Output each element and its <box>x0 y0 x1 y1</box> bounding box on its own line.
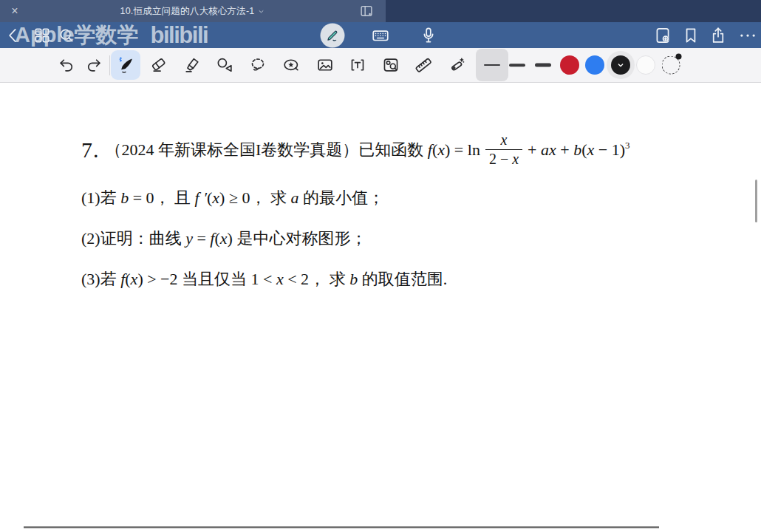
grid-view-icon[interactable] <box>33 26 52 45</box>
title-bar-right-segment <box>386 0 761 22</box>
back-chevron-icon[interactable] <box>4 26 23 45</box>
color-red-swatch[interactable] <box>560 55 579 75</box>
scrollbar-thumb[interactable] <box>755 180 757 222</box>
chevron-down-icon <box>257 7 265 16</box>
page-bottom-rule <box>24 526 659 528</box>
chevron-down-icon <box>615 59 627 71</box>
problem-number: 7. <box>81 137 100 163</box>
bilibili-logo: bilibili <box>151 22 208 49</box>
split-view-icon[interactable] <box>358 3 376 19</box>
color-wheel-dot <box>676 54 682 60</box>
problem-part-2: (2)证明：曲线 y = f(x) 是中心对称图形； <box>81 228 366 250</box>
color-white-swatch[interactable] <box>636 55 655 75</box>
fraction-numerator: x <box>497 132 511 149</box>
toolbar-separator <box>109 55 110 75</box>
color-black-swatch-selected[interactable] <box>611 55 630 75</box>
element-search-icon[interactable] <box>382 56 400 75</box>
pencil-edit-button[interactable] <box>321 23 345 47</box>
more-ellipsis-icon[interactable] <box>738 26 757 45</box>
ruler-icon[interactable] <box>414 56 433 75</box>
thickness-thick-option[interactable] <box>535 64 551 67</box>
title-bar: × 10.恒成立问题的八大核心方法-1 <box>0 0 761 22</box>
document-title: 10.恒成立问题的八大核心方法-1 <box>120 5 255 18</box>
add-page-icon[interactable] <box>653 26 672 45</box>
eraser-icon[interactable] <box>150 56 168 75</box>
keyboard-icon[interactable] <box>371 26 390 45</box>
note-page: 7. （2024 年新课标全国I卷数学真题）已知函数 f(x) = ln x 2… <box>0 83 761 532</box>
pencil-icon <box>324 27 341 44</box>
undo-icon[interactable] <box>58 56 76 75</box>
tool-bar <box>0 48 761 83</box>
shapes-icon[interactable] <box>216 56 234 75</box>
laser-pointer-icon[interactable] <box>448 56 466 75</box>
fraction: x 2 − x <box>485 132 522 168</box>
lasso-icon[interactable] <box>249 56 267 75</box>
microphone-icon[interactable] <box>419 26 438 45</box>
document-title-dropdown[interactable]: 10.恒成立问题的八大核心方法-1 <box>0 0 386 22</box>
problem-statement-line: 7. （2024 年新课标全国I卷数学真题）已知函数 f(x) = ln x 2… <box>81 120 630 180</box>
text-tool-icon[interactable] <box>349 56 367 75</box>
problem-part-1: (1)若 b = 0， 且 f ′(x) ≥ 0， 求 a 的最小值； <box>81 187 384 209</box>
redo-icon[interactable] <box>85 56 103 75</box>
notes-app-window: × 10.恒成立问题的八大核心方法-1 <box>0 0 761 532</box>
pen-tool-icon[interactable] <box>117 56 135 75</box>
problem-formula-tail: + ax + b(x − 1)3 <box>528 140 629 160</box>
color-blue-swatch[interactable] <box>585 55 604 75</box>
image-icon[interactable] <box>316 56 335 75</box>
search-icon[interactable] <box>57 26 76 45</box>
fraction-denominator: 2 − x <box>485 149 522 168</box>
highlighter-icon[interactable] <box>183 56 202 75</box>
thickness-thin-option[interactable] <box>484 64 500 66</box>
thickness-medium-option[interactable] <box>509 64 525 66</box>
stickers-icon[interactable] <box>282 56 301 75</box>
problem-intro: （2024 年新课标全国I卷数学真题）已知函数 f(x) = ln <box>106 139 480 161</box>
share-icon[interactable] <box>709 26 728 45</box>
color-wheel-icon[interactable] <box>662 56 680 75</box>
nav-bar: Apple学数学 bilibili <box>0 22 761 48</box>
problem-part-3: (3)若 f(x) > −2 当且仅当 1 < x < 2， 求 b 的取值范围… <box>81 268 447 290</box>
bookmark-icon[interactable] <box>681 26 700 45</box>
